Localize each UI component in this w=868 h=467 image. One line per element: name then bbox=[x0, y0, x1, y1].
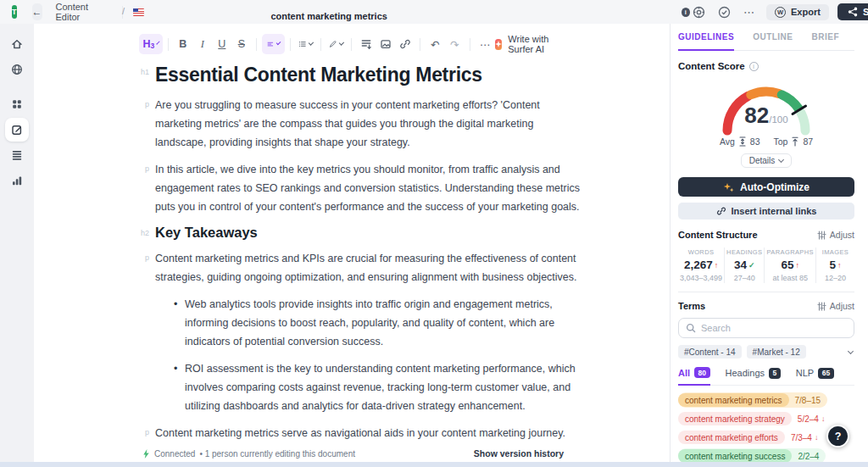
term-pill[interactable]: content marketing metrics 7/8–15 bbox=[678, 392, 827, 408]
insert-block-button[interactable] bbox=[356, 34, 376, 54]
terms-title: Terms bbox=[678, 301, 705, 311]
terms-tab-headings[interactable]: Headings 5 bbox=[726, 368, 781, 385]
content-score-gauge: 82/100 bbox=[711, 71, 821, 139]
details-button[interactable]: Details bbox=[741, 153, 793, 168]
list-button[interactable] bbox=[296, 34, 315, 54]
terms-tab-nlp[interactable]: NLP 65 bbox=[796, 368, 834, 385]
underline-button[interactable]: U bbox=[212, 34, 231, 54]
chevron-down-icon[interactable] bbox=[848, 347, 854, 353]
breadcrumb-separator: / bbox=[122, 6, 123, 19]
share-button[interactable]: Share bbox=[837, 3, 868, 20]
chip-content[interactable]: #Content - 14 bbox=[678, 345, 742, 359]
content-editor-icon[interactable] bbox=[5, 118, 29, 142]
block-tag-label: p bbox=[132, 100, 149, 108]
settings-icon[interactable] bbox=[690, 3, 707, 20]
show-version-history-link[interactable]: Show version history bbox=[474, 448, 564, 459]
stat-indicator: ✓ bbox=[748, 261, 755, 270]
stat-images: IMAGES 5↑ 12–20 bbox=[815, 247, 854, 283]
document-paragraph[interactable]: Content marketing metrics and KPIs are c… bbox=[155, 249, 583, 286]
stat-indicator: ↑ bbox=[715, 261, 719, 270]
list-item[interactable]: Web analytics tools provide insights int… bbox=[185, 295, 583, 351]
highlighter-button[interactable] bbox=[326, 34, 346, 54]
tab-brief[interactable]: BRIEF bbox=[812, 32, 840, 50]
content-structure-stats: WORDS 2,267↑ 3,043–3,499 HEADINGS 34✓ 27… bbox=[678, 247, 854, 283]
block-tag-label: h2 bbox=[132, 229, 149, 237]
tab-outline[interactable]: OUTLINE bbox=[753, 32, 793, 50]
connected-icon bbox=[142, 449, 150, 459]
bold-button[interactable]: B bbox=[173, 34, 192, 54]
align-icon bbox=[267, 39, 274, 50]
heading-block: h2 Key Takeaways bbox=[155, 225, 583, 241]
link-icon bbox=[716, 206, 726, 216]
content-structure-header: Content Structure Adjust bbox=[678, 230, 854, 240]
document-h2[interactable]: Key Takeaways bbox=[155, 225, 583, 241]
ai-label: Write with Surfer AI bbox=[508, 34, 561, 54]
toolbar-more-button[interactable]: ⋯ bbox=[476, 34, 495, 54]
apps-grid-icon[interactable] bbox=[5, 92, 29, 116]
notes-icon[interactable] bbox=[5, 143, 29, 167]
globe-icon[interactable] bbox=[5, 58, 29, 81]
document-info-icon[interactable]: i bbox=[682, 8, 690, 17]
list-item[interactable]: ROI assessment is the key to understandi… bbox=[185, 359, 583, 415]
divider bbox=[678, 292, 854, 292]
terms-adjust-button[interactable]: Adjust bbox=[817, 301, 854, 311]
terms-filter-tabs: All 80 Headings 5 NLP 65 bbox=[678, 367, 854, 386]
italic-button[interactable]: I bbox=[192, 34, 212, 54]
document-title[interactable]: content marketing metrics bbox=[270, 11, 676, 21]
list-icon bbox=[298, 38, 306, 50]
chevron-down-icon bbox=[309, 40, 314, 45]
block-tag-label: p bbox=[132, 253, 149, 262]
analytics-icon[interactable] bbox=[5, 169, 29, 192]
export-button[interactable]: W Export bbox=[766, 4, 829, 20]
document-body[interactable]: h1 Essential Content Marketing Metrics p… bbox=[155, 64, 583, 462]
breadcrumb-app[interactable]: Content Editor bbox=[56, 2, 113, 22]
count-badge: 65 bbox=[818, 368, 833, 379]
content-score-title: Content Score bbox=[678, 61, 745, 71]
insert-below-icon bbox=[360, 38, 372, 50]
chevron-down-icon bbox=[778, 157, 784, 163]
link-button[interactable] bbox=[395, 34, 415, 54]
sparkles-icon bbox=[723, 181, 734, 192]
undo-button[interactable]: ↶ bbox=[426, 34, 445, 54]
chip-market[interactable]: #Market - 12 bbox=[747, 345, 806, 359]
search-input[interactable] bbox=[701, 323, 847, 333]
heading-block: h1 Essential Content Marketing Metrics bbox=[155, 64, 583, 86]
document-h1[interactable]: Essential Content Marketing Metrics bbox=[155, 64, 583, 86]
top-bar: T ← Content Editor / content marketing m… bbox=[0, 0, 868, 24]
share-icon bbox=[848, 7, 858, 17]
term-pill[interactable]: content marketing efforts 7/3–4 ↓ bbox=[678, 430, 821, 445]
redo-button[interactable]: ↷ bbox=[445, 34, 465, 54]
score-value: 82/100 bbox=[711, 103, 821, 129]
align-button[interactable] bbox=[262, 34, 285, 54]
block-tag-label: p bbox=[132, 164, 149, 173]
tab-guidelines[interactable]: GUIDELINES bbox=[678, 32, 734, 51]
formatting-toolbar: H3 B I U S bbox=[34, 32, 670, 56]
home-icon[interactable] bbox=[5, 32, 29, 56]
heading-style-button[interactable]: H3 bbox=[139, 34, 163, 54]
workspace-avatar[interactable]: T bbox=[12, 5, 17, 19]
stat-indicator: ↑ bbox=[837, 261, 842, 270]
auto-optimize-button[interactable]: Auto-Optimize bbox=[678, 177, 854, 197]
content-score-header: Content Score i bbox=[678, 61, 854, 71]
left-nav-rail bbox=[0, 24, 34, 462]
bullet-list: Web analytics tools provide insights int… bbox=[155, 295, 583, 415]
help-button[interactable]: ? bbox=[826, 425, 849, 448]
stat-headings: HEADINGS 34✓ 27–40 bbox=[724, 247, 764, 283]
term-pill[interactable]: content marketing strategy 5/2–4 ↓ bbox=[678, 411, 827, 426]
topbar-actions: ⋯ W Export Share bbox=[690, 3, 868, 20]
write-with-surfer-ai-button[interactable]: Write with Surfer AI bbox=[495, 34, 561, 54]
document-paragraph[interactable]: Are you struggling to measure success in… bbox=[155, 96, 583, 152]
score-max: /100 bbox=[769, 114, 787, 125]
strikethrough-button[interactable]: S bbox=[231, 34, 251, 54]
info-icon[interactable]: i bbox=[749, 62, 759, 71]
insert-internal-links-button[interactable]: Insert internal links bbox=[678, 203, 854, 220]
terms-tab-all[interactable]: All 80 bbox=[678, 367, 710, 386]
back-button[interactable]: ← bbox=[32, 3, 42, 20]
image-button[interactable] bbox=[376, 34, 395, 54]
structure-adjust-button[interactable]: Adjust bbox=[817, 230, 854, 240]
saved-check-icon[interactable] bbox=[715, 3, 732, 20]
document-paragraph[interactable]: In this article, we dive into the key me… bbox=[155, 160, 583, 216]
share-label: Share bbox=[863, 7, 868, 17]
terms-search[interactable] bbox=[678, 318, 854, 338]
more-menu-icon[interactable]: ⋯ bbox=[741, 3, 758, 20]
